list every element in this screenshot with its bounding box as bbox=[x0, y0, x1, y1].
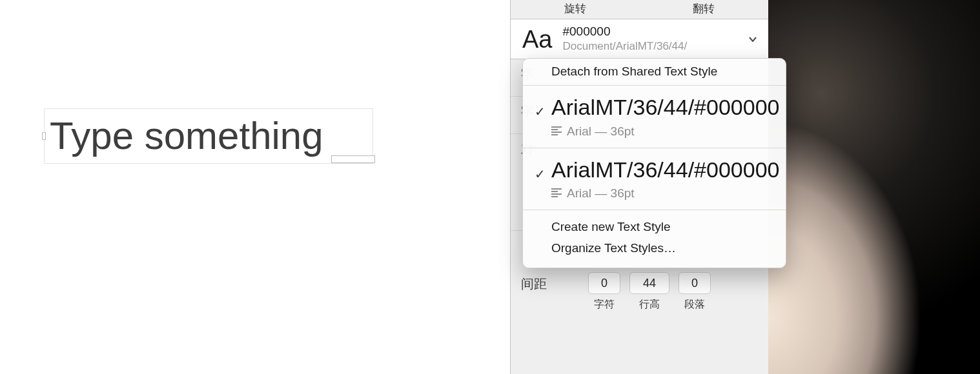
character-spacing-caption: 字符 bbox=[594, 298, 615, 311]
style-option-0-meta: Arial — 36pt bbox=[567, 124, 635, 139]
paragraph-spacing-caption: 段落 bbox=[684, 298, 705, 311]
style-option-1-meta: Arial — 36pt bbox=[567, 186, 635, 201]
line-height-caption: 行高 bbox=[639, 298, 660, 311]
menu-create-style-label: Create new Text Style bbox=[551, 220, 670, 233]
app-root: Type something 旋转 翻转 Aa #000000 Document… bbox=[0, 0, 980, 374]
text-layer-content[interactable]: Type something bbox=[45, 117, 329, 155]
menu-detach-style[interactable]: Detach from Shared Text Style bbox=[523, 59, 786, 86]
align-left-icon bbox=[551, 186, 562, 201]
menu-organize-styles-label: Organize Text Styles… bbox=[551, 241, 676, 255]
menu-organize-styles[interactable]: Organize Text Styles… bbox=[551, 238, 771, 259]
canvas-area[interactable]: Type something bbox=[0, 0, 510, 374]
style-option-1-name: ArialMT/36/44/#000000 bbox=[551, 159, 771, 182]
resize-handle-left[interactable] bbox=[42, 132, 46, 140]
dropdown-footer: Create new Text Style Organize Text Styl… bbox=[523, 210, 786, 268]
text-layer-box[interactable]: Type something bbox=[44, 108, 373, 164]
line-height-input[interactable] bbox=[629, 272, 669, 294]
tab-rotate-label: 旋转 bbox=[564, 1, 586, 16]
resize-handle-right[interactable] bbox=[331, 155, 375, 163]
check-icon: ✓ bbox=[535, 104, 546, 119]
text-style-dropdown: Detach from Shared Text Style ✓ ArialMT/… bbox=[522, 58, 786, 268]
paragraph-spacing-input[interactable] bbox=[679, 272, 711, 294]
menu-create-style[interactable]: Create new Text Style bbox=[551, 217, 771, 237]
tab-rotate[interactable]: 旋转 bbox=[511, 0, 640, 19]
style-option-0-name: ArialMT/36/44/#000000 bbox=[551, 96, 771, 119]
style-current-name: #000000 bbox=[562, 25, 746, 39]
spacing-row: 间距 字符 行高 段落 bbox=[511, 263, 768, 311]
tab-flip[interactable]: 翻转 bbox=[640, 0, 769, 19]
style-picker-info: #000000 Document/ArialMT/36/44/ bbox=[562, 25, 746, 53]
menu-detach-style-label: Detach from Shared Text Style bbox=[551, 64, 717, 78]
align-left-icon bbox=[551, 124, 562, 139]
style-current-path: Document/ArialMT/36/44/ bbox=[562, 40, 746, 53]
check-icon: ✓ bbox=[535, 166, 546, 182]
chevron-down-icon[interactable] bbox=[746, 33, 759, 46]
spacing-label: 间距 bbox=[521, 272, 579, 293]
style-option-1[interactable]: ✓ ArialMT/36/44/#000000 Arial — 36pt bbox=[523, 148, 786, 211]
text-style-picker[interactable]: Aa #000000 Document/ArialMT/36/44/ bbox=[511, 19, 768, 59]
tab-flip-label: 翻转 bbox=[693, 1, 715, 16]
character-spacing-input[interactable] bbox=[588, 272, 620, 294]
style-option-0[interactable]: ✓ ArialMT/36/44/#000000 Arial — 36pt bbox=[523, 86, 786, 148]
inspector-header-tabs: 旋转 翻转 bbox=[511, 0, 768, 19]
style-preview-glyph: Aa bbox=[522, 27, 552, 52]
canvas-background-image bbox=[768, 0, 980, 374]
